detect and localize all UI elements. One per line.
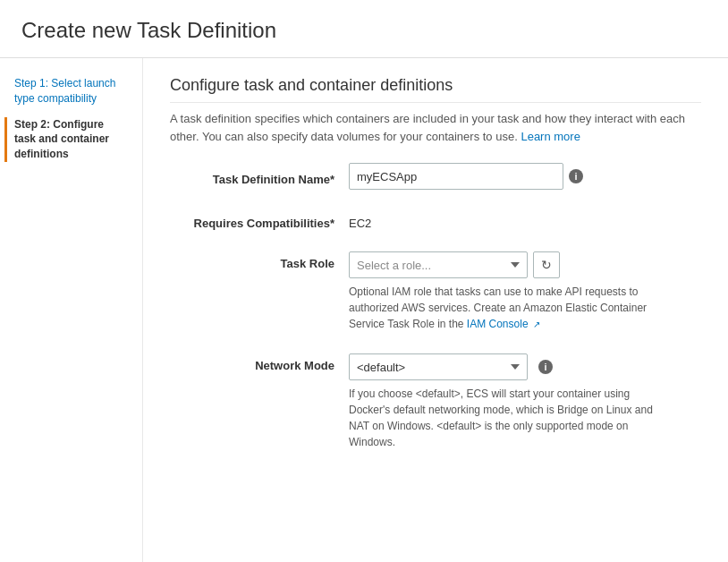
network-mode-control: <default> bridge host awsvpc none i If y… [349,353,701,450]
task-role-field: Task Role Select a role... ↻ Optional IA… [170,251,701,332]
network-mode-select[interactable]: <default> bridge host awsvpc none [349,353,528,380]
iam-console-link[interactable]: IAM Console ↗ [467,318,540,330]
section-description: A task definition specifies which contai… [170,110,701,145]
task-definition-name-input[interactable]: myECSApp [349,163,563,190]
task-definition-name-info-icon[interactable]: i [569,169,583,183]
requires-compatibilities-value: EC2 [349,211,371,230]
requires-compatibilities-label: Requires Compatibilities* [170,211,349,230]
task-role-select[interactable]: Select a role... [349,251,528,278]
network-mode-help-text: If you choose <default>, ECS will start … [349,386,671,450]
task-definition-name-field: Task Definition Name* myECSApp i [170,163,701,190]
sidebar: Step 1: Select launch type compatibility… [0,58,143,562]
sidebar-step-1: Step 1: Select launch type compatibility [14,76,128,106]
task-role-help-text: Optional IAM role that tasks can use to … [349,284,671,332]
main-content: Configure task and container definitions… [143,58,728,562]
task-role-select-wrapper: Select a role... ↻ [349,251,701,278]
network-mode-field: Network Mode <default> bridge host awsvp… [170,353,701,450]
page-title: Create new Task Definition [0,0,728,58]
task-role-label: Task Role [170,251,349,270]
iam-console-external-link-icon: ↗ [533,319,540,329]
sidebar-step-1-link[interactable]: Step 1: Select launch type compatibility [14,76,128,106]
learn-more-link[interactable]: Learn more [521,130,580,143]
task-role-control: Select a role... ↻ Optional IAM role tha… [349,251,701,332]
requires-compatibilities-field: Requires Compatibilities* EC2 [170,211,701,230]
sidebar-step-2-label: Step 2: Configure task and container def… [14,117,128,162]
task-definition-name-input-wrapper: myECSApp i [349,163,583,190]
network-mode-label: Network Mode [170,353,349,372]
sidebar-step-2: Step 2: Configure task and container def… [4,117,128,162]
section-title: Configure task and container definitions [170,76,701,103]
network-mode-select-wrapper: <default> bridge host awsvpc none i [349,353,701,380]
task-definition-name-label: Task Definition Name* [170,167,349,186]
task-role-refresh-button[interactable]: ↻ [533,251,560,278]
network-mode-info-icon[interactable]: i [538,360,553,374]
